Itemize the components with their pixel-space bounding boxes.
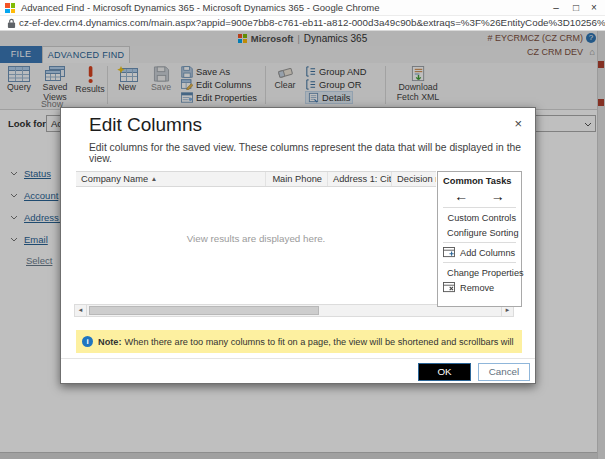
remove-icon — [443, 282, 456, 293]
edit-columns-dialog: × Edit Columns Edit columns for the save… — [60, 107, 536, 384]
note-label: Note: — [98, 337, 121, 347]
note-banner: i Note:When there are too many columns t… — [76, 330, 522, 353]
grid-empty-message: View results are displayed here. — [76, 233, 436, 244]
add-columns-icon — [443, 247, 456, 258]
column-header-address1-city[interactable]: Address 1: City — [328, 172, 392, 186]
sort-ascending-icon: ▲ — [151, 175, 157, 182]
columns-grid: Company Name ▲ Main Phone Address 1: Cit… — [76, 171, 436, 301]
dialog-subtitle: Edit columns for the saved view. These c… — [89, 142, 535, 164]
dialog-title: Edit Columns — [89, 114, 202, 136]
custom-controls-link[interactable]: Custom Controls — [443, 210, 516, 225]
column-header-decision-m[interactable]: Decision m — [392, 172, 436, 186]
url-text: cz-ef-dev.crm4.dynamics.com/main.aspx?ap… — [19, 17, 605, 28]
ok-button[interactable]: OK — [418, 363, 471, 381]
column-header-main-phone[interactable]: Main Phone — [266, 172, 328, 186]
maximize-button[interactable]: □ — [567, 0, 585, 15]
divider — [443, 262, 516, 263]
window-title: Advanced Find - Microsoft Dynamics 365 -… — [21, 2, 380, 13]
add-columns-link[interactable]: Add Columns — [443, 245, 516, 260]
minimize-button[interactable]: – — [547, 0, 565, 15]
footer-divider — [61, 358, 535, 359]
common-tasks-panel: Common Tasks ← → Custom Controls Configu… — [437, 171, 522, 307]
change-properties-link[interactable]: Change Properties — [443, 265, 516, 280]
column-header-company-name[interactable]: Company Name ▲ — [76, 172, 266, 186]
lock-icon — [7, 18, 16, 29]
configure-sorting-link[interactable]: Configure Sorting — [443, 225, 516, 240]
divider — [443, 242, 516, 243]
divider — [443, 207, 516, 208]
scroll-left-icon[interactable]: ◄ — [75, 305, 87, 316]
custom-controls-icon — [443, 212, 444, 223]
common-tasks-title: Common Tasks — [443, 176, 516, 186]
move-left-icon[interactable]: ← — [454, 188, 468, 204]
cancel-button[interactable]: Cancel — [478, 363, 530, 381]
close-window-button[interactable]: × — [585, 0, 603, 15]
remove-link[interactable]: Remove — [443, 280, 516, 295]
reorder-arrows: ← → — [443, 186, 516, 205]
browser-window: Advanced Find - Microsoft Dynamics 365 -… — [0, 0, 605, 459]
grid-header-row: Company Name ▲ Main Phone Address 1: Cit… — [76, 171, 436, 187]
move-right-icon[interactable]: → — [491, 188, 505, 204]
note-text: When there are too many columns to fit o… — [124, 337, 516, 347]
address-bar[interactable]: cz-ef-dev.crm4.dynamics.com/main.aspx?ap… — [0, 16, 605, 31]
info-icon: i — [82, 336, 93, 347]
windows-logo-icon — [5, 3, 15, 13]
window-titlebar: Advanced Find - Microsoft Dynamics 365 -… — [0, 0, 605, 16]
dialog-close-icon[interactable]: × — [514, 117, 522, 130]
page-content: Microsoft | Dynamics 365 # EYCRMCZ (CZ C… — [0, 31, 605, 459]
scrollbar-thumb[interactable] — [89, 306, 319, 315]
